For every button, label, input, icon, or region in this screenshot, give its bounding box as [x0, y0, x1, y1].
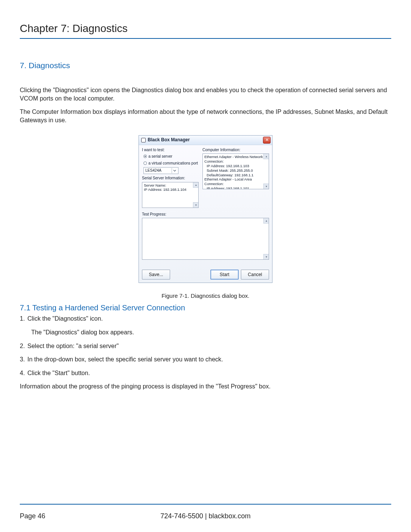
radio-label: a serial server — [148, 154, 172, 159]
step-text: Click the "Diagnostics" icon. — [27, 315, 103, 322]
info-line: Subnet Mask: 255.255.255.0 — [204, 168, 267, 173]
info-line: Ethernet Adapter - Wireless Network Conn… — [204, 155, 267, 164]
radio-serial-server[interactable]: a serial server — [143, 154, 199, 159]
scroll-down-icon[interactable]: ▾ — [193, 202, 198, 208]
step-item: Click the "Diagnostics" icon. The "Diagn… — [20, 315, 391, 336]
step-text: Click the "Start" button. — [27, 370, 90, 376]
subsection-title: 7.1 Testing a Hardened Serial Server Con… — [20, 303, 391, 313]
chevron-down-icon — [172, 168, 177, 173]
scroll-up-icon[interactable]: ▴ — [263, 218, 269, 224]
steps-list: Click the "Diagnostics" icon. The "Diagn… — [20, 315, 391, 377]
step-item: In the drop-down box, select the specifi… — [20, 355, 391, 364]
chapter-rule — [20, 38, 391, 39]
footer-center: 724-746-5500 | blackbox.com — [20, 511, 391, 521]
chapter-title: Chapter 7: Diagnostics — [20, 21, 391, 36]
i-want-to-test-label: I want to test: — [142, 147, 199, 153]
radio-label: a virtual communications port — [148, 161, 198, 166]
server-dropdown[interactable]: LES424A — [143, 167, 178, 174]
step-text: Select the option: "a serial server" — [27, 343, 119, 349]
radio-icon — [143, 161, 147, 165]
body-paragraph: The Computer Information box displays in… — [20, 108, 391, 124]
computer-info-label: Computer Information: — [202, 147, 269, 153]
serial-server-info-label: Serial Server Information: — [142, 176, 199, 181]
footer-rule — [20, 504, 391, 505]
dialog-title: Black Box Manager — [148, 137, 190, 143]
app-icon — [141, 138, 146, 142]
step-text: In the drop-down box, select the specifi… — [27, 356, 223, 363]
body-paragraph: Clicking the "Diagnostics" icon opens th… — [20, 86, 391, 102]
scroll-up-icon[interactable]: ▴ — [193, 182, 198, 188]
scroll-down-icon[interactable]: ▾ — [263, 184, 269, 189]
test-progress-label: Test Progress: — [142, 212, 269, 217]
start-button[interactable]: Start — [210, 270, 239, 280]
radio-icon — [143, 155, 147, 158]
info-line: Server Name: — [144, 183, 197, 188]
save-button[interactable]: Save... — [142, 270, 170, 280]
dropdown-value: LES424A — [145, 168, 161, 173]
info-line: IP Address: 192.168.1.104 — [144, 187, 197, 192]
info-line: IP Address: 192.168.1.101 — [204, 186, 267, 189]
step-item: Select the option: "a serial server" — [20, 342, 391, 350]
figure-dialog: Black Box Manager ✕ I want to test: a se… — [20, 135, 391, 283]
info-line: DefaultGateway: 192.168.1.1 — [204, 173, 267, 177]
close-icon[interactable]: ✕ — [263, 137, 271, 144]
dialog-titlebar: Black Box Manager ✕ — [139, 136, 272, 145]
scroll-up-icon[interactable]: ▴ — [263, 154, 269, 159]
serial-server-info-box: Server Name: IP Address: 192.168.1.104 ▴… — [142, 182, 199, 208]
radio-vcom-port[interactable]: a virtual communications port — [143, 161, 199, 166]
diagnostics-dialog: Black Box Manager ✕ I want to test: a se… — [139, 135, 272, 283]
computer-info-box: Ethernet Adapter - Wireless Network Conn… — [202, 153, 269, 189]
info-line: IP Address: 192.168.1.103 — [204, 164, 267, 168]
step-item: Click the "Start" button. — [20, 369, 391, 377]
test-progress-box: ▴ ▾ — [142, 218, 269, 260]
cancel-button[interactable]: Cancel — [241, 270, 269, 280]
scroll-down-icon[interactable]: ▾ — [263, 254, 269, 259]
section-title: 7. Diagnostics — [20, 60, 391, 71]
body-paragraph: Information about the progress of the pi… — [20, 382, 391, 391]
step-subtext: The "Diagnostics" dialog box appears. — [31, 328, 391, 337]
info-line: Ethernet Adapter - Local Area Connection… — [204, 177, 267, 186]
page-footer: Page 46 724-746-5500 | blackbox.com . — [20, 511, 391, 521]
figure-caption: Figure 7-1. Diagnostics dialog box. — [20, 292, 391, 300]
